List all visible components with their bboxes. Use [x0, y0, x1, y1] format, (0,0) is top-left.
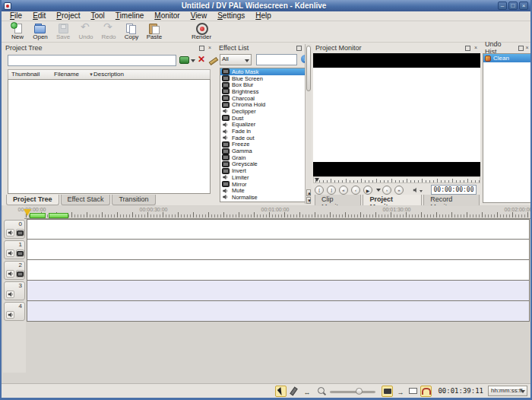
track-lane[interactable]	[27, 240, 530, 260]
mute-track-icon[interactable]	[6, 249, 14, 257]
menu-item[interactable]: Project	[51, 11, 85, 21]
effect-item[interactable]: Freeze	[220, 141, 309, 148]
toggle-button[interactable]	[394, 386, 406, 397]
clip-search-input[interactable]	[8, 55, 176, 66]
float-panel-icon[interactable]	[198, 45, 204, 51]
effect-item[interactable]: Fade out	[220, 135, 309, 141]
monitor-volume-icon[interactable]	[413, 187, 423, 193]
effect-item[interactable]: Invert	[220, 167, 309, 174]
toolbar-button[interactable]: Save	[52, 22, 74, 40]
column-thumbnail[interactable]: Thumbnail	[11, 71, 40, 78]
effect-item[interactable]: Equalizer	[220, 122, 309, 129]
toolbar-button[interactable]: Copy	[120, 22, 143, 40]
effect-item[interactable]: Blue Screen	[220, 75, 309, 82]
menu-item[interactable]: Settings	[212, 11, 250, 21]
effect-item[interactable]: Normalise	[220, 194, 309, 201]
hide-track-icon[interactable]	[16, 229, 24, 237]
undo-history-item[interactable]: Clean	[483, 54, 531, 62]
effect-item[interactable]: Auto Mask	[220, 68, 309, 75]
monitor-position-ruler[interactable]	[313, 176, 480, 183]
zoom-out-icon[interactable]	[317, 386, 327, 396]
scroll-down-icon[interactable]: ▼	[306, 197, 311, 204]
track-header[interactable]: 0	[4, 220, 25, 239]
effect-item[interactable]: Greyscale	[220, 161, 309, 168]
track-header[interactable]: 3	[4, 281, 25, 300]
tool-button[interactable]	[288, 386, 299, 397]
toolbar-button[interactable]: Paste	[143, 22, 166, 40]
transport-button[interactable]	[339, 186, 348, 195]
menu-item[interactable]: Help	[250, 11, 277, 21]
transport-button[interactable]	[315, 186, 324, 195]
toolbar-button[interactable]: Open	[29, 22, 52, 40]
project-tree-list[interactable]	[8, 79, 211, 194]
maximize-button[interactable]: □	[508, 2, 518, 10]
toolbar-button[interactable]: Render	[190, 22, 213, 40]
effect-item[interactable]: Declipper	[220, 108, 309, 115]
transport-button[interactable]	[363, 186, 372, 195]
effect-type-dropdown[interactable]: All	[220, 54, 252, 65]
timecode-format-dropdown[interactable]: hh:mm:ss:ff	[488, 386, 527, 396]
track-lane[interactable]	[27, 281, 530, 301]
mute-track-icon[interactable]	[6, 290, 14, 298]
add-clip-icon[interactable]	[179, 56, 189, 64]
toolbar-button[interactable]: Undo	[74, 22, 97, 40]
toggle-button[interactable]	[382, 386, 393, 397]
scrollbar-thumb[interactable]	[306, 46, 311, 91]
hide-track-icon[interactable]	[16, 249, 24, 257]
toolbar-button[interactable]: New	[6, 22, 29, 40]
menu-item[interactable]: Tool	[85, 11, 109, 21]
effect-item[interactable]: Mirror	[220, 181, 309, 188]
effect-item[interactable]: Gamma	[220, 148, 309, 154]
effect-item[interactable]: Brightness	[220, 88, 309, 95]
menu-item[interactable]: Monitor	[149, 11, 185, 21]
track-header[interactable]: 2	[4, 261, 25, 280]
close-panel-icon[interactable]: ×	[473, 45, 479, 51]
effect-search-input[interactable]	[256, 54, 297, 65]
effect-list-scrollbar[interactable]: ▲ ▼	[305, 44, 312, 204]
effect-item[interactable]: Dust	[220, 115, 309, 122]
mute-track-icon[interactable]	[6, 229, 14, 237]
tool-button[interactable]	[275, 386, 287, 397]
track-lane[interactable]	[27, 260, 530, 281]
transport-button[interactable]	[375, 186, 381, 195]
mute-track-icon[interactable]	[6, 270, 14, 278]
delete-clip-icon[interactable]: ✕	[198, 54, 205, 65]
effect-item[interactable]: Chroma Hold	[220, 101, 309, 108]
float-panel-icon[interactable]	[464, 45, 470, 51]
mute-track-icon[interactable]	[6, 311, 14, 319]
timeline-playhead-icon[interactable]	[24, 209, 31, 216]
tool-button[interactable]	[301, 386, 312, 397]
toggle-button[interactable]	[407, 386, 419, 397]
dock-tab[interactable]: Transition	[112, 195, 155, 205]
effect-item[interactable]: Limiter	[220, 174, 309, 181]
menu-item[interactable]: File	[5, 11, 27, 21]
timeline-ruler[interactable]: 00:00:00:0000:00:30:0000:01:00:0000:01:3…	[24, 206, 530, 219]
effect-item[interactable]: Charcoal	[220, 95, 309, 102]
effect-item[interactable]: Box Blur	[220, 81, 309, 88]
edit-clip-icon[interactable]	[208, 56, 217, 65]
transport-button[interactable]	[382, 186, 391, 195]
float-panel-icon[interactable]	[518, 45, 523, 51]
toggle-button[interactable]	[420, 386, 432, 397]
effect-item[interactable]: Grain	[220, 154, 309, 161]
effect-item[interactable]: Fade in	[220, 128, 309, 135]
toolbar-button[interactable]: Redo	[97, 22, 120, 40]
close-panel-icon[interactable]: ×	[207, 45, 213, 51]
track-lane[interactable]	[27, 301, 530, 322]
close-panel-icon[interactable]: ×	[524, 45, 530, 51]
menu-item[interactable]: Edit	[27, 11, 51, 21]
track-header[interactable]: 1	[4, 240, 25, 259]
menu-item[interactable]: Timeline	[110, 11, 149, 21]
add-clip-dropdown-arrow-icon[interactable]	[191, 59, 195, 62]
scroll-up-icon[interactable]: ▲	[306, 189, 311, 196]
effect-item[interactable]: Mute	[220, 187, 309, 194]
column-description[interactable]: Description	[93, 71, 124, 78]
menu-item[interactable]: View	[185, 11, 213, 21]
zoom-slider-handle[interactable]	[356, 388, 363, 395]
timeline-zone-bar[interactable]	[30, 213, 46, 218]
close-button[interactable]: ×	[519, 2, 528, 10]
timeline-zoom-slider[interactable]	[330, 386, 375, 396]
transport-button[interactable]	[394, 186, 404, 195]
column-filename[interactable]: Filename ▾	[54, 71, 93, 78]
transport-button[interactable]	[327, 186, 336, 195]
